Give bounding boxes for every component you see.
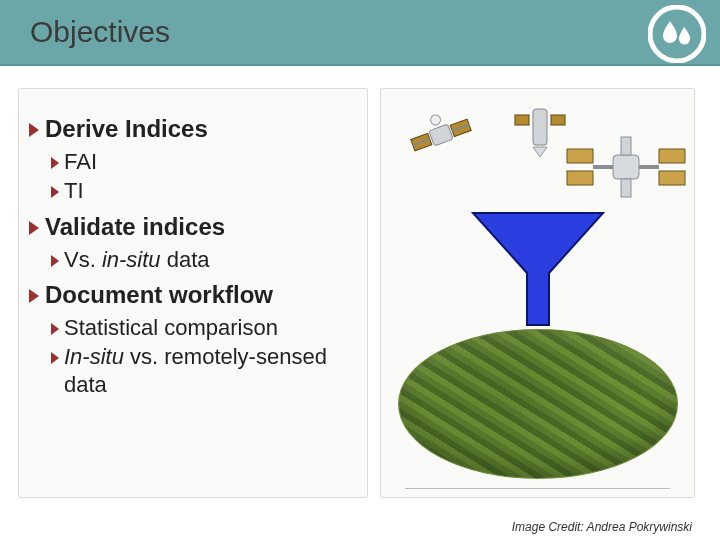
bullet-text: TI xyxy=(64,177,84,205)
bullet-insitu-vs-remote: In-situ vs. remotely-sensed data xyxy=(51,343,357,398)
svg-rect-12 xyxy=(567,171,593,185)
text-fragment-italic: in-situ xyxy=(102,247,161,272)
bullet-validate: Validate indices xyxy=(29,213,357,242)
bullet-fai: FAI xyxy=(51,148,357,176)
water-drops-logo-icon xyxy=(648,5,706,63)
svg-marker-10 xyxy=(533,147,547,157)
space-station-icon xyxy=(561,131,691,213)
bullet-arrow-icon xyxy=(51,157,59,169)
svg-rect-8 xyxy=(515,115,529,125)
bullet-arrow-icon xyxy=(51,352,59,364)
satellite-cluster xyxy=(381,99,694,219)
svg-rect-3 xyxy=(429,124,453,146)
bullet-document-workflow: Document workflow xyxy=(29,281,357,310)
divider xyxy=(405,488,670,489)
slide-header: Objectives xyxy=(0,0,720,66)
text-fragment-italic: In-situ xyxy=(64,344,124,369)
svg-rect-14 xyxy=(659,171,685,185)
svg-rect-13 xyxy=(659,149,685,163)
illustration-panel xyxy=(380,88,695,498)
slide-title: Objectives xyxy=(30,15,170,49)
bullet-arrow-icon xyxy=(29,123,39,137)
text-fragment: Vs. xyxy=(64,247,102,272)
text-fragment: data xyxy=(161,247,210,272)
bullet-text: Document workflow xyxy=(45,281,273,310)
bullet-text: In-situ vs. remotely-sensed data xyxy=(64,343,354,398)
bullet-text: Validate indices xyxy=(45,213,225,242)
svg-rect-17 xyxy=(621,137,631,155)
bullet-text: FAI xyxy=(64,148,97,176)
bullet-text: Derive Indices xyxy=(45,115,208,144)
down-arrow-icon xyxy=(463,207,613,341)
bullet-panel: Derive Indices FAI TI Validate indices V… xyxy=(18,88,368,498)
bullet-derive-indices: Derive Indices xyxy=(29,115,357,144)
satellite-icon xyxy=(405,105,477,169)
bullet-arrow-icon xyxy=(29,289,39,303)
bullet-arrow-icon xyxy=(29,221,39,235)
svg-rect-16 xyxy=(613,155,639,179)
bullet-vs-insitu: Vs. in-situ data xyxy=(51,246,357,274)
svg-point-0 xyxy=(650,7,704,61)
svg-rect-9 xyxy=(551,115,565,125)
algae-ellipse-icon xyxy=(398,329,678,479)
svg-rect-11 xyxy=(567,149,593,163)
satellite-icon xyxy=(513,99,567,163)
bullet-arrow-icon xyxy=(51,186,59,198)
bullet-arrow-icon xyxy=(51,255,59,267)
bullet-ti: TI xyxy=(51,177,357,205)
svg-rect-18 xyxy=(621,179,631,197)
bullet-stat-comparison: Statistical comparison xyxy=(51,314,357,342)
image-credit: Image Credit: Andrea Pokrywinski xyxy=(512,520,692,534)
bullet-text: Statistical comparison xyxy=(64,314,278,342)
content-area: Derive Indices FAI TI Validate indices V… xyxy=(0,66,720,520)
svg-point-6 xyxy=(429,114,442,127)
svg-rect-7 xyxy=(533,109,547,145)
bullet-arrow-icon xyxy=(51,323,59,335)
bullet-text: Vs. in-situ data xyxy=(64,246,210,274)
slide: Objectives Derive Indices FAI TI Validat… xyxy=(0,0,720,540)
